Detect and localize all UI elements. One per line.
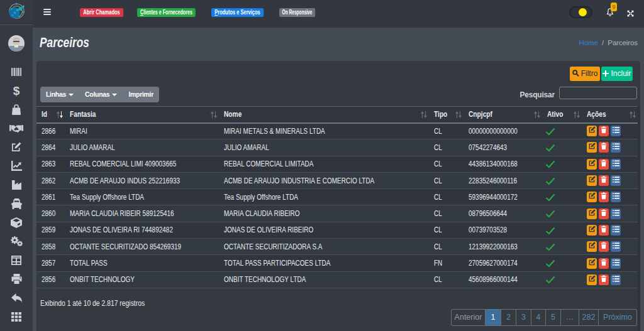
svg-text:$: $ [13, 85, 20, 97]
